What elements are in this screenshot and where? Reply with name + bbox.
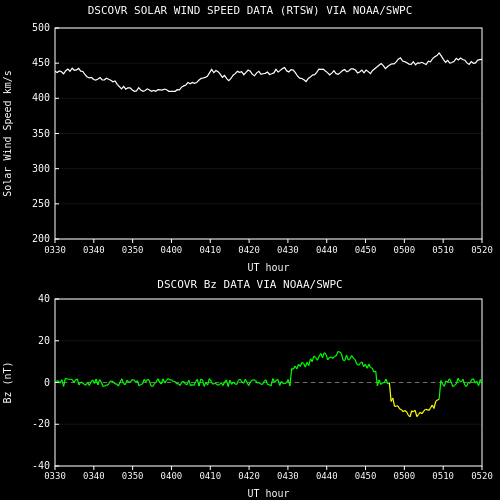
solar-wind-panel	[0, 0, 500, 275]
main-container	[0, 0, 500, 500]
solar-wind-chart	[0, 0, 500, 275]
bz-chart	[0, 275, 500, 500]
bz-panel	[0, 275, 500, 500]
